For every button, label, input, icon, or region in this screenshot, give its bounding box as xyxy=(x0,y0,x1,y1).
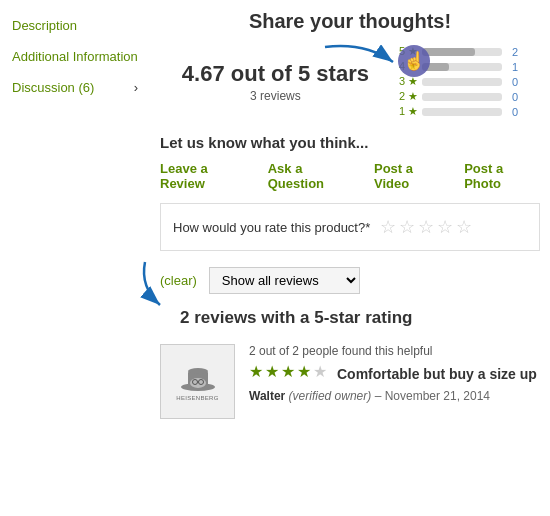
review-star-1: ★ xyxy=(249,362,263,381)
let-us-know-label: Let us know what you think... xyxy=(160,134,540,151)
review-stars: ★ ★ ★ ★ ★ xyxy=(249,362,327,381)
tab-post-video[interactable]: Post a Video xyxy=(374,161,448,191)
tab-ask-question[interactable]: Ask a Question xyxy=(268,161,358,191)
svg-point-4 xyxy=(188,368,208,374)
star-rating-input[interactable]: ☆ ☆ ☆ ☆ ☆ xyxy=(380,216,472,238)
review-author: Walter xyxy=(249,389,285,403)
rating-reviews-count: 3 reviews xyxy=(182,89,369,103)
required-marker: * xyxy=(365,220,370,235)
review-helpful: 2 out of 2 people found this helpful xyxy=(249,344,540,358)
bar-bg-5 xyxy=(422,48,502,56)
heisenberg-hat-icon xyxy=(179,363,217,393)
rate-row: How would you rate this product? * ☆ ☆ ☆… xyxy=(173,216,527,238)
cursor-overlay: ☝ xyxy=(398,45,430,77)
bar-count-4: 1 xyxy=(506,61,518,73)
description-link[interactable]: Description xyxy=(12,18,77,33)
bar-bg-3 xyxy=(422,78,502,86)
review-verified: (verified owner) xyxy=(289,389,372,403)
star-input-2[interactable]: ☆ xyxy=(399,216,415,238)
review-star-5: ★ xyxy=(313,362,327,381)
star-2-icon: 2 ★ xyxy=(399,90,418,103)
review-title: Comfortable but buy a size up xyxy=(337,366,537,382)
rate-label: How would you rate this product? xyxy=(173,220,365,235)
filter-select[interactable]: Show all reviews xyxy=(209,267,360,294)
star-input-4[interactable]: ☆ xyxy=(437,216,453,238)
review-star-4: ★ xyxy=(297,362,311,381)
sidebar-item-additional-info[interactable]: Additional Information xyxy=(0,41,150,72)
tab-post-photo[interactable]: Post a Photo xyxy=(464,161,540,191)
discussion-link[interactable]: Discussion (6) xyxy=(12,80,94,95)
star-input-1[interactable]: ☆ xyxy=(380,216,396,238)
bar-count-3: 0 xyxy=(506,76,518,88)
reviewer-avatar: HEISENBERG xyxy=(160,344,235,419)
reviews-heading-wrapper: 2 reviews with a 5-star rating xyxy=(160,308,540,328)
star-input-3[interactable]: ☆ xyxy=(418,216,434,238)
review-date-separator: – xyxy=(375,389,385,403)
bar-bg-1 xyxy=(422,108,502,116)
sidebar-item-discussion[interactable]: Discussion (6) › xyxy=(0,72,150,103)
bar-count-5: 2 xyxy=(506,46,518,58)
bar-fill-5 xyxy=(422,48,475,56)
review-item: HEISENBERG 2 out of 2 people found this … xyxy=(160,344,540,419)
rating-left: 4.67 out of 5 stars 3 reviews xyxy=(182,61,369,103)
reviews-heading: 2 reviews with a 5-star rating xyxy=(180,308,540,328)
bar-bg-4 xyxy=(422,63,502,71)
review-meta: Walter (verified owner) – November 21, 2… xyxy=(249,389,540,403)
star-bar-row-2: 2 ★ 0 xyxy=(399,90,518,103)
share-header: Share your thoughts! xyxy=(160,10,540,33)
avatar-label: HEISENBERG xyxy=(176,395,218,401)
bar-count-1: 0 xyxy=(506,106,518,118)
tab-leave-review[interactable]: Leave a Review xyxy=(160,161,252,191)
review-star-2: ★ xyxy=(265,362,279,381)
star-1-icon: 1 ★ xyxy=(399,105,418,118)
rating-summary: ☝ 4.67 out of 5 stars 3 reviews 5 ★ 2 4 … xyxy=(160,45,540,118)
chevron-right-icon: › xyxy=(134,80,138,95)
sidebar-item-description[interactable]: Description xyxy=(0,10,150,41)
bar-bg-2 xyxy=(422,93,502,101)
star-input-5[interactable]: ☆ xyxy=(456,216,472,238)
rating-score: 4.67 out of 5 stars xyxy=(182,61,369,87)
review-date: November 21, 2014 xyxy=(385,389,490,403)
filter-row: (clear) Show all reviews xyxy=(160,267,540,294)
review-content: 2 out of 2 people found this helpful ★ ★… xyxy=(249,344,540,403)
blue-arrow-filter xyxy=(130,257,190,312)
review-form-box: How would you rate this product? * ☆ ☆ ☆… xyxy=(160,203,540,251)
additional-info-link[interactable]: Additional Information xyxy=(12,49,138,64)
star-bar-row-1: 1 ★ 0 xyxy=(399,105,518,118)
review-star-3: ★ xyxy=(281,362,295,381)
bar-count-2: 0 xyxy=(506,91,518,103)
tab-nav: Leave a Review Ask a Question Post a Vid… xyxy=(160,161,540,191)
